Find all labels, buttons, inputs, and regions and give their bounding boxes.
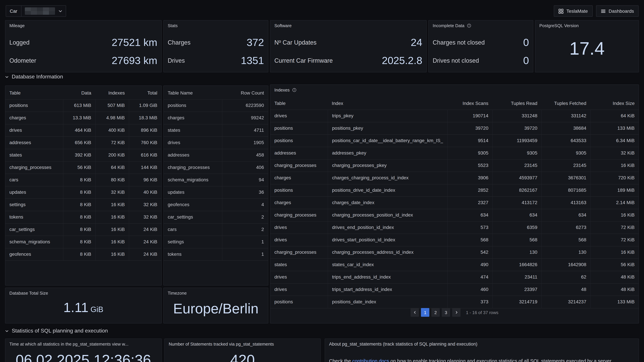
table-row: drives 464 KiB 400 KiB 896 KiB [5,124,161,137]
cell-table-name: positions [164,99,222,112]
panel-title-text: Incomplete Data [433,23,464,28]
cell-tuples-read: 23397 [492,284,541,296]
panel-title[interactable]: Database Total Size [10,291,48,296]
panel-title[interactable]: Incomplete Data [433,23,471,28]
cell-table-name: geofences [164,199,222,211]
table-row: positions 6223590 [164,99,268,112]
cell-index: positions_drive_id_date_index [328,184,448,196]
cell-tuples-read: 634 [492,209,541,221]
cell-index-size: 189 MiB [590,184,639,196]
panel-title[interactable]: Mileage [10,23,25,28]
teslamate-button[interactable]: TeslaMate [554,5,592,17]
cell-table-name: cars [164,224,222,236]
cell-table: positions [270,122,328,134]
column-header[interactable]: Index [328,97,448,110]
column-header[interactable]: Tuples Fetched [541,97,590,110]
cell-table: cars [5,174,63,186]
panel-title[interactable]: Stats [168,23,178,28]
cell-tuples-fetched: 3214237 [541,296,590,308]
timezone-value: Europe/Berlin [164,301,268,317]
stat-value: 0 [523,36,529,49]
cell-indexes: 507 MiB [95,99,129,112]
column-header[interactable]: Index Scans [448,97,492,110]
cell-table: positions [270,296,328,308]
cell-tuples-fetched: 413163 [541,197,590,209]
cell-index-size: 2.14 MiB [590,197,639,209]
panel-stats: Stats Charges 372 Drives 1351 [163,20,268,72]
panel-title[interactable]: Time at which all statistics in the pg_s… [10,342,128,347]
dashboards-button[interactable]: Dashboards [596,5,639,17]
panel-title[interactable]: Indexes [274,87,296,92]
cell-tuples-read: 1664826 [492,259,541,271]
cell-index-size: 72 KiB [590,222,639,234]
cell-tuples-fetched: 38684 [541,122,590,134]
size-number: 1.11 [64,300,88,315]
column-header[interactable]: Table Name [164,87,222,99]
panel-title[interactable]: Software [274,23,292,28]
cell-index-scans: 9305 [448,147,492,159]
cell-indexes: 16 KiB [95,248,129,260]
stat-label: Odometer [10,57,36,64]
cell-indexes: 16 KiB [95,224,129,236]
table-row: charging_processes 56 KiB 64 KiB 144 KiB [5,162,161,174]
cell-index: charges_charging_process_id_index [328,172,448,184]
cell-index-size: 16 KiB [590,209,639,221]
column-header[interactable]: Indexes [95,87,129,99]
cell-table-name: schema_migrations [164,174,222,186]
section-database-information[interactable]: Database Information [5,74,63,80]
cell-index-scans: 9514 [448,135,492,147]
cell-tuples-read: 3214719 [492,296,541,308]
table-row: updates 8 KiB 32 KiB 40 KiB [5,186,161,199]
cell-row-count: 4 [222,199,268,211]
panel-title[interactable]: Number of Statements tracked via pg_stat… [169,342,274,347]
stat-label: Logged [10,39,30,46]
cell-index: charging_processes_pkey [328,160,448,172]
cell-index-size: 64 KiB [590,110,639,122]
cell-table-name: charging_processes [164,162,222,174]
pagination-page-2[interactable]: 2 [431,308,440,317]
panel-title[interactable]: PostgreSQL Version [539,23,579,28]
pagination-page-3[interactable]: 3 [442,308,450,317]
column-header[interactable]: Data [63,87,95,99]
cell-total: 144 KiB [129,162,161,174]
car-variable-value[interactable] [21,6,66,16]
cell-table: updates [5,186,63,198]
cell-table: geofences [5,248,63,260]
info-circle-icon[interactable] [467,23,471,28]
section-sql-statistics[interactable]: Statistics of SQL planning and execution [5,328,108,334]
cell-tuples-read: 4593977 [492,172,541,184]
cell-index: drives_start_position_id_index [328,234,448,246]
column-header[interactable]: Table [5,87,63,99]
cell-index-scans: 542 [448,246,492,258]
about-body-text: Check the contribution docs on how to en… [329,358,634,362]
pagination-next-button[interactable] [452,308,460,317]
info-circle-icon[interactable] [292,88,296,92]
cell-table: car_settings [5,224,63,236]
car-variable-selector[interactable]: Car [6,5,66,17]
cell-tuples-fetched: 1642908 [541,259,590,271]
panel-title[interactable]: Timezone [168,291,187,296]
cell-index-size: 48 KiB [590,284,639,296]
pagination-prev-button[interactable] [410,308,419,317]
cell-index-scans: 2852 [448,184,492,196]
table-row: charging_processes charging_processes_po… [270,209,639,222]
panel-row-counts: Table NameRow Count positions 6223590 ch… [163,85,268,286]
column-header[interactable]: Index Size [590,97,639,110]
panel-timezone: Timezone Europe/Berlin [163,288,268,324]
cell-index-scans: 373 [448,296,492,308]
rowcount-table: Table NameRow Count positions 6223590 ch… [164,87,268,261]
cell-table: drives [270,222,328,234]
column-header[interactable]: Total [129,87,161,99]
cell-data: 8 KiB [63,224,95,236]
column-header[interactable]: Row Count [222,87,268,99]
table-row: drives drives_end_position_id_index 573 … [270,222,639,234]
cell-index: trips_pkey [328,110,448,122]
contribution-docs-link[interactable]: contribution docs [352,358,389,362]
panel-title[interactable]: About pg_stat_statements (track statisti… [329,342,478,347]
pagination-page-1[interactable]: 1 [421,308,429,317]
column-header[interactable]: Tuples Read [492,97,541,110]
column-header[interactable]: Table [270,97,328,110]
cell-table: drives [270,271,328,283]
table-row: positions 613 MiB 507 MiB 1.09 GiB [5,99,161,112]
table-row: positions positions_date_index 373 32147… [270,296,639,308]
